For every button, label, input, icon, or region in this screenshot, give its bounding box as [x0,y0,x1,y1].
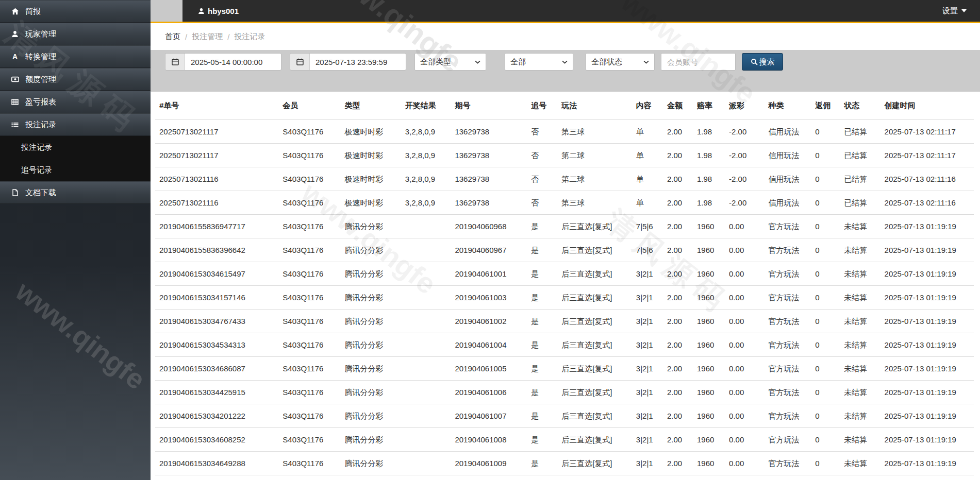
table-cell: 3|2|1 [632,428,663,452]
table-cell [401,310,451,333]
table-cell: 是 [527,452,557,475]
table-cell: 后三直选[复式] [557,333,632,357]
table-cell: 0 [811,381,840,404]
date-from-input[interactable] [185,54,281,70]
member-account-input[interactable] [661,53,736,71]
sidebar-item-player-management[interactable]: 玩家管理 [0,23,151,45]
sidebar-item-label: 转换管理 [25,52,56,62]
sidebar-item-briefing[interactable]: 简报 [0,0,151,23]
table-cell: 2025-07-13 01:19:19 [881,452,974,475]
table-cell: 1960 [693,357,725,381]
table-row: 20190406153034686087S403Q1176腾讯分分彩201904… [155,357,974,381]
table-cell: 0.00 [725,452,764,475]
report-icon [9,98,21,106]
table-cell: 未结算 [840,381,880,404]
table-cell: 官方玩法 [765,357,811,381]
sidebar-item-conversion-management[interactable]: A 转换管理 [0,45,151,68]
sidebar-item-label: 投注记录 [25,120,56,130]
table-cell: S403Q1176 [278,238,340,262]
type-select[interactable]: 全部类型 [414,53,486,71]
table-cell: 后三直选[复式] [557,310,632,333]
column-header: 会员 [278,92,340,120]
table-cell: 2.00 [663,286,693,310]
table-cell: 单 [632,191,663,215]
submenu-item-chase-records[interactable]: 追号记录 [0,159,151,181]
date-to-input[interactable] [310,54,406,70]
table-cell: 已结算 [840,144,880,167]
table-cell: 2025-07-13 01:19:19 [881,333,974,357]
status-select-value: 全部状态 [591,57,622,67]
table-cell: S403Q1176 [278,286,340,310]
table-row: 20250713021117S403Q1176极速时时彩3,2,8,0,9136… [155,144,974,167]
mode-select[interactable]: 全部 [505,53,573,71]
breadcrumb-home[interactable]: 首页 [165,32,180,42]
search-button[interactable]: 搜索 [742,53,783,71]
table-cell: 单 [632,144,663,167]
search-icon [751,58,758,65]
table-cell: 后三直选[复式] [557,357,632,381]
chevron-down-icon [475,60,480,64]
table-cell: 后三直选[复式] [557,452,632,475]
table-cell: 信用玩法 [765,191,811,215]
filter-bar: 全部类型 全部 全部状态 搜索 [151,50,980,92]
table-cell: 未结算 [840,238,880,262]
table-cell: S403Q1176 [278,262,340,286]
table-cell [401,262,451,286]
type-select-value: 全部类型 [420,57,451,67]
table-cell: S403Q1176 [278,357,340,381]
submenu-item-bet-records[interactable]: 投注记录 [0,136,151,159]
sidebar-item-quota-management[interactable]: 额度管理 [0,68,151,91]
breadcrumb-bet-management[interactable]: 投注管理 [192,32,223,42]
table-cell: 2025-07-13 01:19:19 [881,310,974,333]
table-cell: 1960 [693,310,725,333]
admin-screen: 简报 玩家管理 A 转换管理 额度管理 盈亏报表 [0,0,980,480]
column-header: 返佣 [811,92,840,120]
table-cell: 信用玩法 [765,120,811,144]
table-cell: 1.98 [693,191,725,215]
table-cell: 2.00 [663,191,693,215]
sidebar-item-label: 简报 [25,7,41,16]
calendar-icon[interactable] [290,54,310,70]
table-cell: 3,2,8,0,9 [401,120,451,144]
sidebar-item-profit-report[interactable]: 盈亏报表 [0,91,151,113]
breadcrumb-bet-records: 投注记录 [234,32,265,42]
table-cell: 201904061007 [451,404,527,428]
records-table-body: 20250713021117S403Q1176极速时时彩3,2,8,0,9136… [155,120,974,475]
status-select[interactable]: 全部状态 [586,53,655,71]
sidebar-item-document-download[interactable]: 文档下载 [0,181,151,204]
table-cell: 0.00 [725,310,764,333]
calendar-icon[interactable] [165,54,185,70]
table-cell: 201904061006 [451,381,527,404]
table-cell: 2025-07-13 02:11:17 [881,120,974,144]
table-cell: 极速时时彩 [341,167,401,191]
breadcrumb-separator: / [185,32,187,41]
person-icon [198,8,205,14]
table-cell: 3|2|1 [632,286,663,310]
table-cell: 是 [527,310,557,333]
sidebar-toggle[interactable] [151,0,182,22]
table-cell: 后三直选[复式] [557,238,632,262]
submenu-item-label: 追号记录 [21,165,52,175]
table-cell: 2025-07-13 01:19:19 [881,286,974,310]
table-cell: 后三直选[复式] [557,381,632,404]
table-cell: 2.00 [663,452,693,475]
sidebar-item-label: 盈亏报表 [25,97,56,107]
settings-dropdown[interactable]: 设置 [942,6,967,16]
table-cell: 3,2,8,0,9 [401,144,451,167]
table-cell: 2025-07-13 01:19:19 [881,381,974,404]
sidebar-item-bet-records[interactable]: 投注记录 [0,113,151,136]
table-cell: 腾讯分分彩 [341,381,401,404]
topbar-user[interactable]: hbys001 [198,7,239,15]
table-row: 20190406153034157146S403Q1176腾讯分分彩201904… [155,286,974,310]
table-cell: 2.00 [663,333,693,357]
date-to-group [290,53,406,71]
table-cell: 201904061009 [451,452,527,475]
table-cell: 官方玩法 [765,381,811,404]
table-cell: 2.00 [663,310,693,333]
table-cell: 3|2|1 [632,333,663,357]
table-cell: 已结算 [840,120,880,144]
table-cell: 极速时时彩 [341,120,401,144]
table-cell: 0 [811,262,840,286]
table-cell: 0.00 [725,381,764,404]
table-cell: 0 [811,120,840,144]
